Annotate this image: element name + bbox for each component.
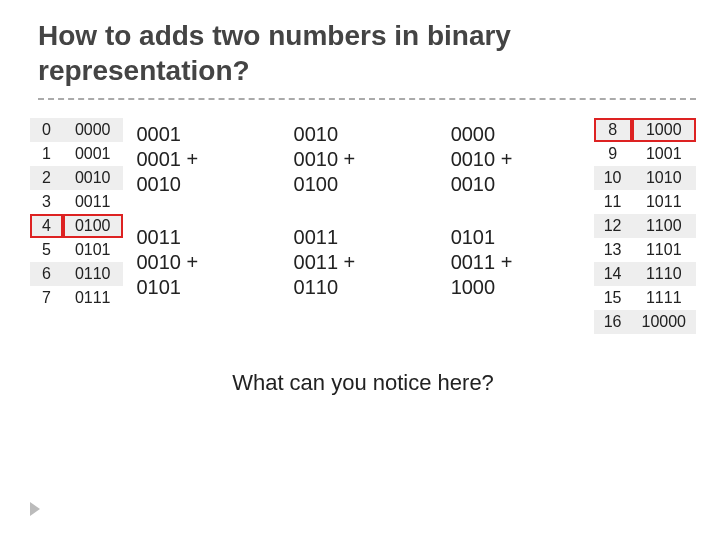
bin-cell: 0011 [63, 190, 123, 214]
slide-marker-icon [30, 502, 40, 516]
table-row: 60110 [30, 262, 123, 286]
addition-example: 0011 0010 + 0101 [137, 225, 266, 300]
bin-cell: 1010 [632, 166, 697, 190]
bin-cell: 1100 [632, 214, 697, 238]
addition-example: 0011 0011 + 0110 [294, 225, 423, 300]
bin-cell: 0111 [63, 286, 123, 310]
binary-table-right: 8100091001101010111011121100131101141110… [594, 118, 696, 334]
table-row: 1610000 [594, 310, 696, 334]
content-row: 0000010001200103001140100501016011070111… [30, 118, 696, 334]
table-row: 00000 [30, 118, 123, 142]
bin-cell: 0000 [63, 118, 123, 142]
bin-cell: 1011 [632, 190, 697, 214]
table-row: 81000 [594, 118, 696, 142]
dec-cell: 7 [30, 286, 63, 310]
bin-cell: 1001 [632, 142, 697, 166]
table-row: 131101 [594, 238, 696, 262]
dec-cell: 2 [30, 166, 63, 190]
bin-cell: 0010 [63, 166, 123, 190]
dec-cell: 5 [30, 238, 63, 262]
addition-example: 0001 0001 + 0010 [137, 122, 266, 197]
addition-example: 0000 0010 + 0010 [451, 122, 580, 197]
bin-cell: 1111 [632, 286, 697, 310]
table-row: 10001 [30, 142, 123, 166]
dec-cell: 14 [594, 262, 632, 286]
binary-table-left: 0000010001200103001140100501016011070111 [30, 118, 123, 310]
table-row: 70111 [30, 286, 123, 310]
table-row: 40100 [30, 214, 123, 238]
table-row: 20010 [30, 166, 123, 190]
table-row: 121100 [594, 214, 696, 238]
table-row: 111011 [594, 190, 696, 214]
dec-cell: 15 [594, 286, 632, 310]
table-row: 101010 [594, 166, 696, 190]
dec-cell: 10 [594, 166, 632, 190]
table-row: 30011 [30, 190, 123, 214]
bin-cell: 1101 [632, 238, 697, 262]
bin-cell: 0101 [63, 238, 123, 262]
table-row: 50101 [30, 238, 123, 262]
dec-cell: 4 [30, 214, 63, 238]
addition-example: 0101 0011 + 1000 [451, 225, 580, 300]
table-row: 151111 [594, 286, 696, 310]
dec-cell: 13 [594, 238, 632, 262]
dec-cell: 9 [594, 142, 632, 166]
dec-cell: 3 [30, 190, 63, 214]
bin-cell: 10000 [632, 310, 697, 334]
dec-cell: 1 [30, 142, 63, 166]
bin-cell: 0001 [63, 142, 123, 166]
dec-cell: 6 [30, 262, 63, 286]
dec-cell: 11 [594, 190, 632, 214]
examples-grid: 0001 0001 + 00100010 0010 + 01000000 001… [137, 118, 580, 300]
dec-cell: 12 [594, 214, 632, 238]
dec-cell: 0 [30, 118, 63, 142]
table-row: 91001 [594, 142, 696, 166]
bin-cell: 1000 [632, 118, 697, 142]
page-title: How to adds two numbers in binary repres… [38, 18, 696, 100]
question-text: What can you notice here? [30, 370, 696, 396]
bin-cell: 1110 [632, 262, 697, 286]
bin-cell: 0100 [63, 214, 123, 238]
dec-cell: 8 [594, 118, 632, 142]
addition-example: 0010 0010 + 0100 [294, 122, 423, 197]
table-row: 141110 [594, 262, 696, 286]
bin-cell: 0110 [63, 262, 123, 286]
dec-cell: 16 [594, 310, 632, 334]
